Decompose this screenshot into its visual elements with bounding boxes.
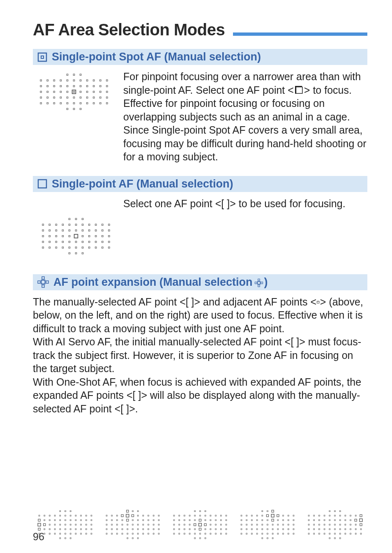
svg-rect-349 <box>267 524 268 525</box>
svg-rect-169 <box>81 524 82 525</box>
svg-rect-42 <box>60 97 62 98</box>
svg-rect-60 <box>106 102 108 104</box>
svg-rect-155 <box>65 520 66 521</box>
svg-rect-253 <box>153 533 154 534</box>
svg-rect-376 <box>293 533 294 534</box>
svg-rect-152 <box>49 520 51 521</box>
svg-rect-413 <box>350 524 351 525</box>
section-header-expansion: AF point expansion (Manual selection ) <box>33 274 367 290</box>
svg-rect-10 <box>73 80 75 81</box>
section-header-spot: Single-point Spot AF (Manual selection) <box>33 49 367 65</box>
svg-rect-33 <box>73 91 74 93</box>
svg-rect-209 <box>153 515 154 516</box>
svg-rect-306 <box>179 533 180 534</box>
svg-rect-119 <box>88 247 90 248</box>
svg-rect-213 <box>117 520 118 521</box>
svg-rect-54 <box>67 102 68 104</box>
diagram-single-wrap <box>37 214 367 264</box>
svg-rect-222 <box>106 524 107 525</box>
svg-rect-383 <box>308 515 309 516</box>
svg-rect-325 <box>256 515 258 516</box>
svg-rect-216 <box>132 520 134 521</box>
svg-rect-262 <box>179 515 180 516</box>
svg-rect-53 <box>60 102 62 104</box>
svg-rect-161 <box>38 523 41 526</box>
svg-rect-122 <box>108 247 110 248</box>
svg-rect-437 <box>360 533 362 534</box>
svg-rect-356 <box>246 529 247 530</box>
svg-rect-171 <box>91 524 92 525</box>
svg-rect-95 <box>74 234 78 238</box>
svg-rect-200 <box>106 515 107 516</box>
svg-rect-266 <box>200 515 201 516</box>
svg-rect-36 <box>93 91 95 93</box>
svg-rect-79 <box>42 230 44 231</box>
svg-rect-114 <box>55 247 57 248</box>
svg-rect-381 <box>334 511 336 512</box>
svg-rect-170 <box>85 524 87 525</box>
svg-rect-62 <box>73 108 75 110</box>
svg-rect-156 <box>70 520 71 521</box>
svg-rect-211 <box>106 520 107 521</box>
svg-rect-106 <box>75 241 77 243</box>
svg-rect-310 <box>200 533 201 534</box>
svg-rect-159 <box>85 520 87 521</box>
svg-rect-357 <box>251 529 253 530</box>
svg-rect-402 <box>350 520 351 521</box>
svg-rect-256 <box>132 538 134 539</box>
diagram-row-expansion <box>33 507 367 541</box>
svg-rect-410 <box>334 524 336 525</box>
svg-rect-130 <box>42 280 45 284</box>
svg-rect-21 <box>73 86 75 87</box>
svg-rect-18 <box>53 86 55 87</box>
svg-rect-196 <box>70 538 71 539</box>
svg-rect-75 <box>88 224 90 226</box>
svg-rect-26 <box>106 86 108 87</box>
svg-rect-396 <box>319 520 320 521</box>
svg-rect-288 <box>199 523 202 526</box>
svg-rect-422 <box>339 529 341 530</box>
svg-rect-197 <box>127 510 129 512</box>
svg-rect-177 <box>65 529 66 530</box>
svg-rect-372 <box>272 533 273 534</box>
svg-rect-439 <box>334 538 336 539</box>
svg-rect-105 <box>69 241 70 243</box>
section-header-single: Single-point AF (Manual selection) <box>33 176 367 192</box>
svg-rect-140 <box>44 515 45 516</box>
svg-rect-8 <box>60 80 62 81</box>
svg-rect-248 <box>127 533 128 534</box>
svg-rect-189 <box>70 533 71 534</box>
svg-rect-436 <box>355 533 356 534</box>
svg-rect-418 <box>319 529 320 530</box>
svg-rect-52 <box>53 102 55 104</box>
svg-rect-124 <box>75 252 77 254</box>
svg-rect-108 <box>88 241 90 243</box>
svg-rect-319 <box>262 511 263 512</box>
svg-rect-353 <box>288 524 289 525</box>
svg-rect-389 <box>339 515 341 516</box>
svg-rect-421 <box>334 529 336 530</box>
svg-rect-77 <box>102 224 104 226</box>
svg-rect-428 <box>314 533 315 534</box>
svg-rect-293 <box>226 524 227 525</box>
svg-rect-11 <box>80 80 81 81</box>
svg-rect-271 <box>226 515 227 516</box>
svg-rect-379 <box>272 538 273 539</box>
svg-rect-247 <box>122 533 123 534</box>
svg-rect-185 <box>49 533 51 534</box>
svg-rect-400 <box>339 520 341 521</box>
svg-rect-78 <box>108 224 110 226</box>
svg-rect-97 <box>88 236 90 237</box>
svg-rect-395 <box>314 520 315 521</box>
svg-rect-265 <box>194 515 196 516</box>
svg-rect-74 <box>82 224 83 226</box>
svg-rect-344 <box>241 524 242 525</box>
svg-rect-263 <box>184 515 185 516</box>
svg-rect-157 <box>75 520 76 521</box>
svg-rect-378 <box>267 538 268 539</box>
svg-rect-233 <box>106 529 107 530</box>
svg-rect-425 <box>355 529 356 530</box>
svg-rect-146 <box>75 515 76 516</box>
svg-rect-51 <box>47 102 48 104</box>
svg-rect-29 <box>53 91 55 93</box>
